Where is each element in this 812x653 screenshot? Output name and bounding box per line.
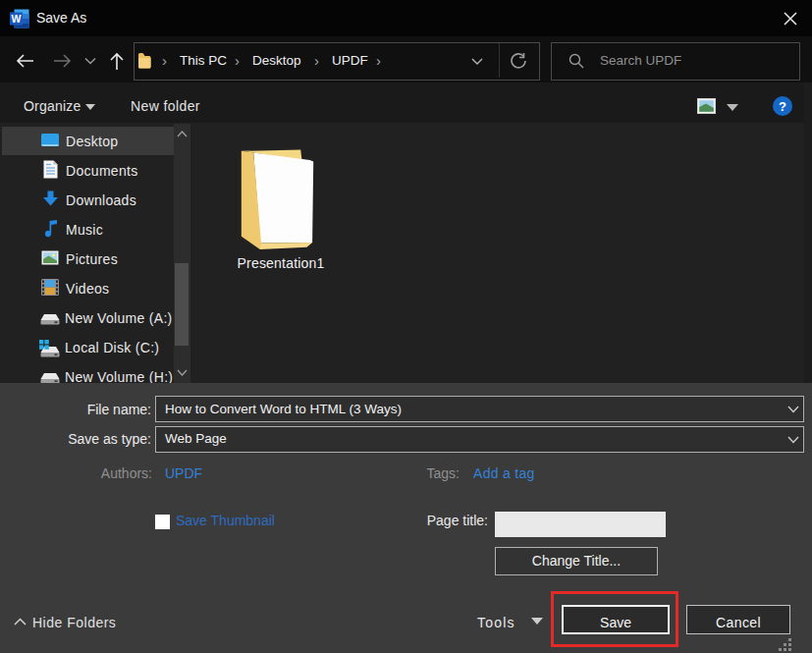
svg-text:W: W <box>12 13 22 25</box>
svg-text:?: ? <box>779 99 786 114</box>
